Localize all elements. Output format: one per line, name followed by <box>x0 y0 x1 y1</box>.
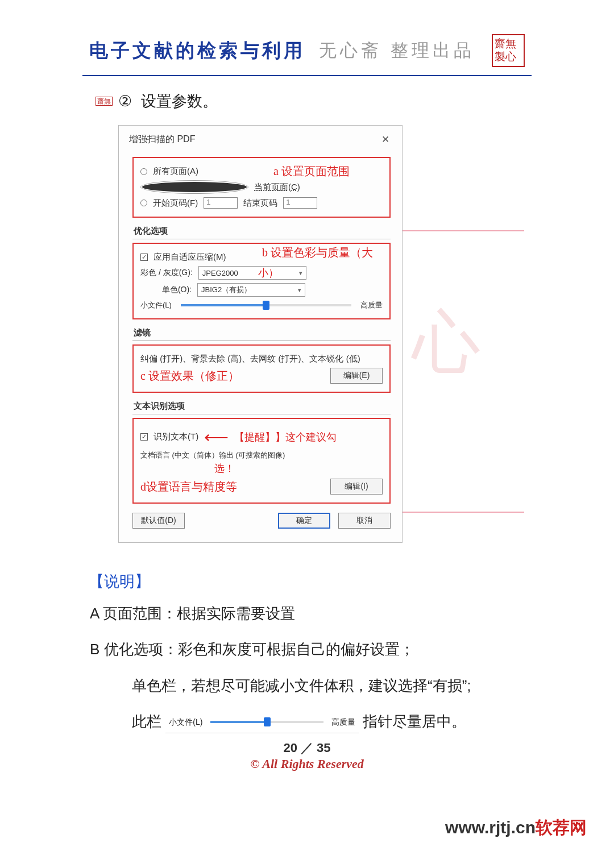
ocr-tip2: 选！ <box>214 462 235 475</box>
annot-b: b 设置色彩与质量（大 <box>262 245 393 260</box>
inline-slider: 小文件(L) 高质量 <box>165 712 359 734</box>
radio-current-page[interactable] <box>140 180 248 194</box>
enhance-scan-dialog: 增强扫描的 PDF ✕ a 设置页面范围 所有页面(A) 当前页面(C) <box>118 125 403 543</box>
chevron-down-icon: ▾ <box>299 269 302 277</box>
notes-heading: 【说明】 <box>89 571 524 592</box>
current-page-label: 当前页面(C) <box>254 182 300 193</box>
adaptive-checkbox[interactable] <box>140 254 148 261</box>
high-quality-label: 高质量 <box>360 300 383 310</box>
ok-button[interactable]: 确定 <box>278 513 330 529</box>
chevron-down-icon: ▾ <box>298 286 301 294</box>
annot-b2: 小） <box>258 266 279 280</box>
defaults-button[interactable]: 默认值(D) <box>132 513 185 529</box>
note-a: A 页面范围：根据实际需要设置 <box>90 600 524 628</box>
page-footer: 20 ／ 35 © All Rights Reserved <box>0 740 614 771</box>
range-box: a 设置页面范围 所有页面(A) 当前页面(C) 开始页码(F) 1 <box>132 157 391 218</box>
ocr-lang: 文档语言 (中文（简体）输出 (可搜索的图像) <box>140 450 285 460</box>
page-number: 20 ／ 35 <box>0 740 614 757</box>
slider-thumb-icon[interactable] <box>263 301 269 310</box>
color-select-value: JPEG2000 <box>202 269 238 277</box>
cancel-button[interactable]: 取消 <box>338 513 391 529</box>
step-text: 设置参数。 <box>141 91 218 111</box>
filter-heading: 滤镜 <box>132 325 391 341</box>
annot-d: d设置语言与精度等 <box>140 479 237 495</box>
close-icon[interactable]: ✕ <box>377 132 394 147</box>
radio-all-pages[interactable] <box>140 168 147 175</box>
to-page-label: 结束页码 <box>243 198 277 209</box>
brand-url: www.rjtj.cn <box>445 818 536 837</box>
ocr-heading: 文本识别选项 <box>132 398 391 414</box>
page-header: 电子文献的检索与利用 无心斋 整理出品 齋無製心 <box>0 34 614 67</box>
adaptive-label: 应用自适应压缩(M) <box>154 252 226 263</box>
inline-high-label: 高质量 <box>331 715 355 730</box>
arrow-left-icon: ⟵ <box>204 427 229 447</box>
filter-edit-button[interactable]: 编辑(E) <box>330 368 383 384</box>
step-heading: 齋無 ② 设置参数。 <box>96 91 524 111</box>
doc-subtitle: 无心斋 整理出品 <box>319 39 475 63</box>
site-brand: www.rjtj.cn软荐网 <box>445 816 587 840</box>
from-page-label: 开始页码(F) <box>153 198 198 209</box>
ocr-checkbox[interactable] <box>140 433 148 441</box>
note-b3: 此栏 小文件(L) 高质量 指针尽量居中。 <box>90 708 524 736</box>
slider-thumb-icon[interactable] <box>264 717 271 726</box>
radio-from-page[interactable] <box>140 200 147 206</box>
quality-slider[interactable] <box>181 304 351 306</box>
dialog-screenshot: 齋無製心 增强扫描的 PDF ✕ a 设置页面范围 所有页面(A) <box>118 125 524 560</box>
inline-small-label: 小文件(L) <box>169 715 202 730</box>
ocr-label: 识别文本(T) <box>154 431 198 442</box>
dialog-title: 增强扫描的 PDF <box>129 134 195 146</box>
color-select[interactable]: JPEG2000 小） ▾ <box>198 266 306 280</box>
annot-a: a 设置页面范围 <box>273 164 350 179</box>
header-rule <box>82 75 532 76</box>
ocr-edit-button[interactable]: 编辑(I) <box>330 479 383 495</box>
note-b: B 优化选项：彩色和灰度可根据自己的偏好设置； <box>90 636 524 663</box>
note-b3-post: 指针尽量居中。 <box>363 713 466 730</box>
note-b3-pre: 此栏 <box>132 713 161 730</box>
mono-select[interactable]: JBIG2（有损） ▾ <box>197 283 305 297</box>
ocr-tip: 【提醒】】这个建议勾 <box>234 430 337 444</box>
mini-stamp-icon: 齋無 <box>96 97 113 106</box>
mono-select-value: JBIG2（有损） <box>201 285 251 295</box>
mono-label: 单色(O): <box>140 285 192 295</box>
color-label: 彩色 / 灰度(G): <box>140 268 193 278</box>
all-pages-label: 所有页面(A) <box>153 166 198 177</box>
step-number: ② <box>118 92 135 110</box>
small-file-label: 小文件(L) <box>140 300 172 310</box>
filter-box: 纠偏 (打开)、背景去除 (高)、去网纹 (打开)、文本锐化 (低) c 设置效… <box>132 344 391 393</box>
to-page-input[interactable]: 1 <box>283 197 317 209</box>
copyright: © All Rights Reserved <box>0 757 614 771</box>
seal-stamp-icon: 齋無製心 <box>492 34 525 67</box>
filter-desc: 纠偏 (打开)、背景去除 (高)、去网纹 (打开)、文本锐化 (低) <box>140 354 360 364</box>
annot-c: c 设置效果（修正） <box>140 368 239 384</box>
inline-quality-slider[interactable] <box>210 721 323 723</box>
note-b2: 单色栏，若想尽可能减小文件体积，建议选择“有损”; <box>90 672 524 700</box>
optimize-heading: 优化选项 <box>132 223 391 239</box>
from-page-input[interactable]: 1 <box>204 197 238 209</box>
optimize-box: b 设置色彩与质量（大 应用自适应压缩(M) 彩色 / 灰度(G): JPEG2… <box>132 243 391 319</box>
doc-title: 电子文献的检索与利用 <box>89 38 305 64</box>
brand-name: 软荐网 <box>536 818 587 837</box>
ocr-box: 识别文本(T) ⟵ 【提醒】】这个建议勾 文档语言 (中文（简体）输出 (可搜索… <box>132 418 391 504</box>
